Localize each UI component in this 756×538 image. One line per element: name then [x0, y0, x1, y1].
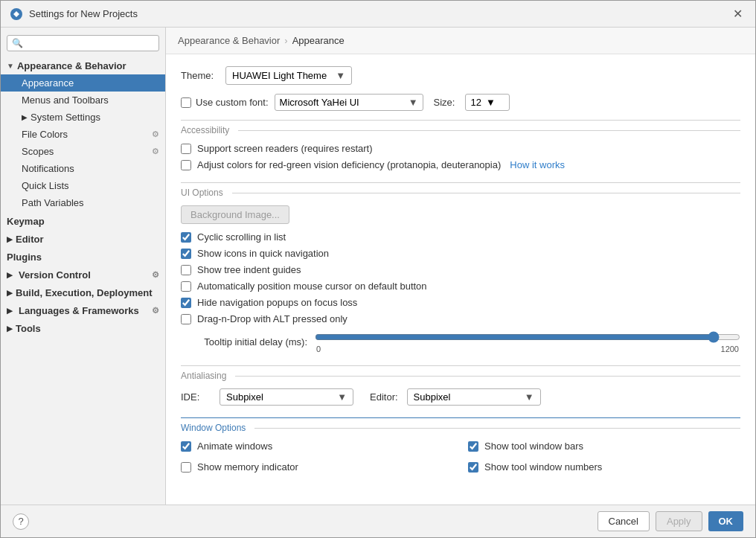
size-label: Size:	[434, 97, 455, 108]
sidebar-item-plugins[interactable]: Plugins	[1, 247, 165, 265]
sidebar-item-label: Scopes	[22, 146, 54, 157]
sidebar-item-scopes[interactable]: Scopes ⚙	[1, 143, 165, 160]
sidebar-item-label: Build, Execution, Deployment	[16, 287, 152, 298]
sidebar-item-version-control[interactable]: ▶ Version Control ⚙	[1, 265, 165, 283]
accessibility-section: Accessibility Support screen readers (re…	[181, 120, 740, 170]
show-icons-label: Show icons in quick navigation	[197, 248, 329, 259]
animate-windows-checkbox[interactable]	[181, 441, 191, 452]
ok-button[interactable]: OK	[708, 511, 744, 531]
cyclic-scrolling-label: Cyclic scrolling in list	[197, 231, 286, 243]
sidebar-item-quick-lists[interactable]: Quick Lists	[1, 177, 165, 194]
show-memory-checkbox[interactable]	[181, 462, 191, 473]
sidebar-item-label: File Colors	[22, 129, 68, 140]
custom-font-row: Use custom font: Microsoft YaHei UI ▼ Si…	[181, 94, 740, 111]
tooltip-delay-slider[interactable]	[315, 331, 740, 343]
gear-icon: ⚙	[152, 129, 159, 139]
sidebar-item-editor[interactable]: ▶ Editor	[1, 229, 165, 247]
show-tool-window-numbers-label: Show tool window numbers	[484, 461, 602, 473]
size-select[interactable]: 12 ▼	[465, 94, 510, 111]
background-image-button[interactable]: Background Image...	[181, 205, 289, 224]
custom-font-checkbox[interactable]	[181, 97, 191, 108]
search-box[interactable]: 🔍	[7, 35, 159, 51]
title-bar: Settings for New Projects ✕	[1, 1, 755, 28]
tooltip-slider-container: 0 1200	[315, 330, 740, 353]
sidebar-item-menus-toolbars[interactable]: Menus and Toolbars	[1, 92, 165, 109]
animate-windows-row: Animate windows	[181, 441, 453, 452]
color-adjust-row: Adjust colors for red-green vision defic…	[181, 159, 740, 170]
sidebar-item-system-settings[interactable]: ▶ System Settings	[1, 109, 165, 126]
hide-nav-popups-checkbox[interactable]	[181, 298, 191, 308]
slider-track	[315, 330, 740, 345]
font-select[interactable]: Microsoft YaHei UI ▼	[275, 94, 423, 111]
sidebar-item-build-execution[interactable]: ▶ Build, Execution, Deployment	[1, 283, 165, 301]
sidebar-item-languages-frameworks[interactable]: ▶ Languages & Frameworks ⚙	[1, 301, 165, 318]
sidebar-item-tools[interactable]: ▶ Tools	[1, 318, 165, 336]
sidebar-item-label: Tools	[16, 323, 41, 334]
ide-antialiasing-select[interactable]: Subpixel ▼	[220, 388, 353, 406]
sidebar-item-notifications[interactable]: Notifications	[1, 160, 165, 177]
breadcrumb: Appearance & Behavior › Appearance	[166, 28, 755, 54]
cyclic-scrolling-checkbox[interactable]	[181, 232, 191, 243]
sidebar-item-keymap[interactable]: Keymap	[1, 211, 165, 229]
sidebar-item-label: Plugins	[7, 252, 42, 263]
chevron-down-icon: ▼	[337, 391, 347, 403]
show-tree-indent-row: Show tree indent guides	[181, 264, 740, 275]
ui-options-title: UI Options	[181, 182, 740, 198]
how-it-works-link[interactable]: How it works	[510, 159, 565, 170]
help-button[interactable]: ?	[13, 513, 29, 530]
auto-position-label: Automatically position mouse cursor on d…	[197, 281, 427, 292]
drag-drop-checkbox[interactable]	[181, 314, 191, 324]
footer: ? Cancel Apply OK	[1, 505, 755, 537]
gear-icon: ⚙	[152, 147, 159, 156]
section-title-text: UI Options	[181, 188, 223, 198]
auto-position-checkbox[interactable]	[181, 281, 191, 292]
color-adjust-checkbox[interactable]	[181, 160, 191, 170]
antialiasing-row: IDE: Subpixel ▼ Editor: Subpixel ▼	[181, 388, 740, 406]
app-icon	[10, 7, 23, 21]
sidebar-item-appearance[interactable]: Appearance	[1, 74, 165, 92]
show-tool-window-bars-label: Show tool window bars	[484, 441, 583, 452]
expand-arrow-icon: ▶	[7, 235, 13, 243]
ide-label: IDE:	[181, 391, 211, 403]
color-adjust-label: Adjust colors for red-green vision defic…	[197, 159, 501, 170]
gear-icon: ⚙	[152, 270, 159, 280]
slider-min-label: 0	[316, 345, 321, 353]
drag-drop-row: Drag-n-Drop with ALT pressed only	[181, 313, 740, 324]
sidebar-item-label: Menus and Toolbars	[22, 95, 109, 106]
editor-antialiasing-select[interactable]: Subpixel ▼	[407, 388, 541, 406]
sidebar-item-label: Appearance	[22, 77, 74, 89]
slider-max-label: 1200	[721, 345, 739, 353]
content-area: Appearance & Behavior › Appearance Theme…	[166, 28, 755, 505]
theme-label: Theme:	[181, 70, 218, 81]
screen-readers-checkbox[interactable]	[181, 144, 191, 154]
show-tool-window-numbers-row: Show tool window numbers	[468, 461, 740, 473]
show-tool-window-bars-row: Show tool window bars	[468, 441, 740, 452]
sidebar-item-file-colors[interactable]: File Colors ⚙	[1, 126, 165, 143]
show-tree-indent-checkbox[interactable]	[181, 265, 191, 275]
hide-nav-popups-label: Hide navigation popups on focus loss	[197, 297, 357, 308]
sidebar-item-label: Editor	[16, 234, 44, 245]
sidebar-item-path-variables[interactable]: Path Variables	[1, 194, 165, 211]
main-layout: 🔍 ▼ Appearance & Behavior Appearance Men…	[1, 28, 755, 505]
theme-select[interactable]: HUAWEI Light Theme ▼	[225, 66, 352, 85]
apply-button[interactable]: Apply	[656, 511, 702, 531]
search-input[interactable]	[26, 38, 154, 48]
cancel-button[interactable]: Cancel	[598, 511, 650, 531]
editor-antialiasing-value: Subpixel	[414, 391, 451, 403]
custom-font-checkbox-label[interactable]: Use custom font:	[181, 97, 269, 108]
show-tool-window-bars-checkbox[interactable]	[468, 441, 478, 452]
sidebar-item-label: Version Control	[19, 269, 91, 281]
breadcrumb-separator: ›	[284, 35, 287, 46]
section-title-text: Antialiasing	[181, 371, 226, 381]
show-icons-checkbox[interactable]	[181, 249, 191, 259]
close-button[interactable]: ✕	[728, 5, 746, 23]
show-memory-row: Show memory indicator	[181, 461, 453, 473]
sidebar-item-appearance-behavior[interactable]: ▼ Appearance & Behavior	[1, 57, 165, 74]
show-tool-window-numbers-checkbox[interactable]	[468, 462, 478, 473]
accessibility-title: Accessibility	[181, 120, 740, 135]
sidebar-item-label: Languages & Frameworks	[19, 305, 139, 316]
breadcrumb-parent: Appearance & Behavior	[178, 35, 280, 46]
size-value: 12	[470, 97, 481, 108]
sidebar-group-label: Appearance & Behavior	[17, 60, 126, 71]
chevron-down-icon: ▼	[486, 97, 496, 108]
